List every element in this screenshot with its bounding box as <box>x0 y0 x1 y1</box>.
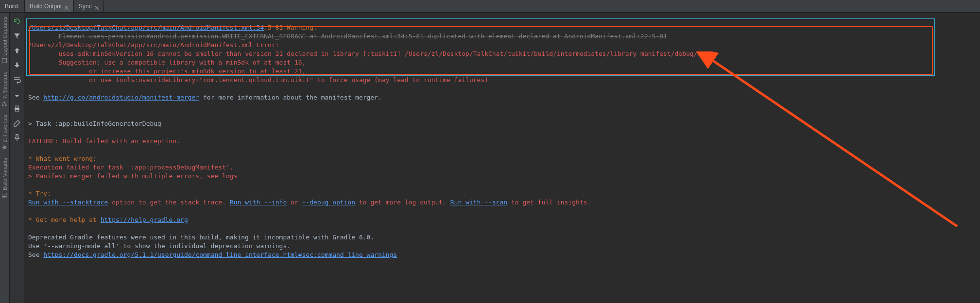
manifest-merger-link[interactable]: http://g.co/androidstudio/manifest-merge… <box>43 94 199 101</box>
close-icon[interactable] <box>95 4 99 8</box>
stacktrace-link[interactable]: Run with --stacktrace <box>28 199 108 206</box>
gradle-docs-link[interactable]: https://docs.gradle.org/5.1.1/userguide/… <box>43 251 397 258</box>
error-text: > Manifest merger failed with multiple e… <box>28 172 237 180</box>
tab-label: Sync <box>79 3 92 10</box>
svg-line-9 <box>709 58 957 226</box>
help-text: * Get more help at https://help.gradle.o… <box>28 216 188 223</box>
try-text: Run with --stacktrace option to get the … <box>28 199 591 206</box>
arrow-down-icon[interactable] <box>13 61 21 69</box>
side-tab-label: 7: Structure <box>2 71 8 99</box>
rerun-icon[interactable] <box>13 17 21 25</box>
side-tab-label: 2: Favorites <box>2 115 8 142</box>
error-text: /Users/zl/Desktop/TalkChat/app/src/main/… <box>28 41 279 49</box>
task-text: > Task :app:buildInfoGeneratorDebug <box>28 120 161 127</box>
side-tab-label: Layout Captures <box>2 17 8 56</box>
deprecation-text: Deprecated Gradle features were used in … <box>28 234 374 241</box>
close-icon[interactable] <box>65 4 69 8</box>
arrow-up-icon[interactable] <box>13 47 21 54</box>
scroll-to-end-icon[interactable] <box>13 90 21 98</box>
tab-sync[interactable]: Sync <box>74 0 104 12</box>
annotation-arrow <box>695 51 967 236</box>
svg-rect-2 <box>5 104 7 106</box>
svg-rect-7 <box>16 106 18 108</box>
error-text: or use tools:overrideLibrary="com.tencen… <box>28 76 488 84</box>
error-text: Suggestion: use a compatible library wit… <box>28 59 306 66</box>
side-tab-layout-captures[interactable]: Layout Captures <box>0 13 9 67</box>
soft-wrap-icon[interactable] <box>13 76 21 84</box>
side-tab-build-variants[interactable]: Build Variants <box>0 154 9 202</box>
build-tab-bar: Build: Build Output Sync <box>0 0 980 13</box>
strikethrough-warning: Element uses-permission#android.permissi… <box>28 33 667 40</box>
console-gutter <box>10 13 24 303</box>
left-tool-strip: Layout Captures 7: Structure 2: Favorite… <box>0 13 10 303</box>
svg-rect-4 <box>2 196 7 198</box>
svg-rect-1 <box>2 104 4 106</box>
content-wrap: Layout Captures 7: Structure 2: Favorite… <box>0 13 980 303</box>
section-header: * What went wrong: <box>28 155 97 162</box>
deprecation-text: Use '--warning-mode all' to show the ind… <box>28 242 291 250</box>
build-label: Build: <box>0 0 25 12</box>
pin-icon[interactable] <box>13 134 21 142</box>
error-text: or increase this project's minSdk versio… <box>28 67 306 75</box>
svg-rect-0 <box>2 58 7 63</box>
svg-rect-3 <box>4 101 5 103</box>
side-tab-label: Build Variants <box>2 158 8 190</box>
gradle-help-link[interactable]: https://help.gradle.org <box>101 216 188 223</box>
scan-link[interactable]: Run with --scan <box>450 199 507 206</box>
section-header: * Try: <box>28 190 51 197</box>
failure-text: FAILURE: Build failed with an exception. <box>28 137 180 145</box>
info-link[interactable]: Run with --info <box>230 199 287 206</box>
print-icon[interactable] <box>13 105 21 113</box>
debug-link[interactable]: --debug option <box>302 199 356 206</box>
error-text: uses-sdk:minSdkVersion 16 cannot be smal… <box>28 50 713 57</box>
error-text: Execution failed for task ':app:processD… <box>28 164 234 171</box>
tab-label: Build Output <box>30 3 62 10</box>
warning-text: :5-81 Warning: <box>264 24 317 31</box>
tab-build-output[interactable]: Build Output <box>25 0 74 12</box>
svg-rect-5 <box>2 193 7 195</box>
deprecation-text: See https://docs.gradle.org/5.1.1/usergu… <box>28 251 397 258</box>
info-text: See http://g.co/androidstudio/manifest-m… <box>28 94 382 101</box>
clear-icon[interactable] <box>13 119 21 127</box>
file-link[interactable]: /Users/zl/Desktop/TalkChat/app/src/main/… <box>28 24 264 31</box>
filter-icon[interactable] <box>13 32 21 40</box>
side-tab-structure[interactable]: 7: Structure <box>0 67 9 111</box>
build-output-console[interactable]: /Users/zl/Desktop/TalkChat/app/src/main/… <box>24 13 980 303</box>
side-tab-favorites[interactable]: 2: Favorites <box>0 111 9 154</box>
